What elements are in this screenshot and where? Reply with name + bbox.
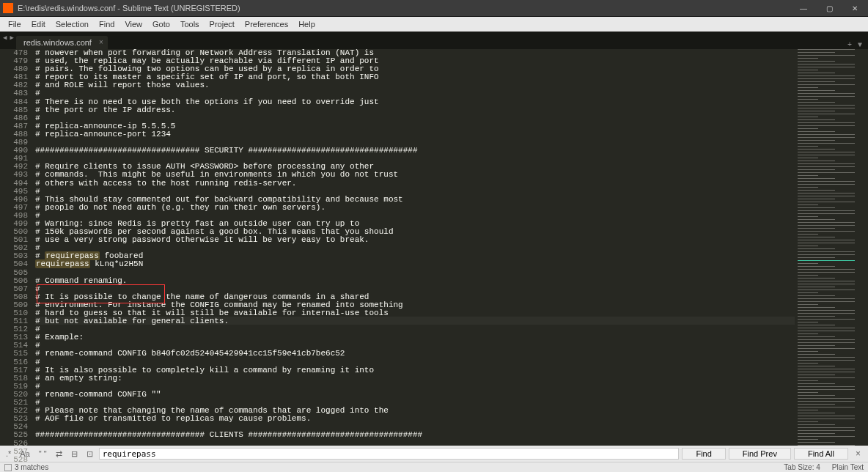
menu-file[interactable]: File [3,18,26,30]
code-content[interactable]: # nowever when port forwarding or Networ… [35,49,795,446]
minimap[interactable] [795,49,868,446]
menu-goto[interactable]: Goto [147,18,175,30]
find-button[interactable]: Find [682,448,725,460]
menu-help[interactable]: Help [293,18,320,30]
tab-label: redis.windows.conf [23,38,92,47]
menu-project[interactable]: Project [205,18,240,30]
window-controls: — ▢ ✕ [797,4,865,12]
minimize-button[interactable]: — [797,4,810,12]
menu-selection[interactable]: Selection [51,18,94,30]
app-icon [3,3,13,13]
close-button[interactable]: ✕ [849,4,861,12]
line-number-gutter: 478 479 480 481 482 483 484 485 486 487 … [0,49,35,446]
tab-overflow-icon[interactable]: ▼ [858,41,862,49]
find-opt-regex[interactable]: .* [3,449,14,459]
nav-arrows: ◀ ▶ [1,34,15,42]
find-opt-wrap[interactable]: ⇄ [53,449,65,460]
status-bar: 3 matches Tab Size: 4 Plain Text [0,462,868,472]
find-opt-selection[interactable]: ⊟ [68,449,81,460]
find-bar: .* Aa " " ⇄ ⊟ ⊡ Find Find Prev Find All … [0,446,868,462]
find-prev-button[interactable]: Find Prev [729,448,791,460]
status-syntax[interactable]: Plain Text [832,463,864,471]
menu-find[interactable]: Find [94,18,119,30]
minimap-content [798,49,865,446]
menu-edit[interactable]: Edit [26,18,51,30]
menu-view[interactable]: View [119,18,147,30]
status-checkbox-icon[interactable] [4,464,12,471]
menu-preferences[interactable]: Preferences [240,18,293,30]
find-all-button[interactable]: Find All [794,448,848,460]
editor-area: 478 479 480 481 482 483 484 485 486 487 … [0,49,868,446]
tab-file[interactable]: redis.windows.conf × [16,36,108,49]
maximize-button[interactable]: ▢ [823,4,836,12]
find-opt-whole[interactable]: " " [36,449,50,459]
tab-bar-right: + ▼ [847,41,868,49]
tab-close-icon[interactable]: × [99,38,103,46]
window-title: E:\redis\redis.windows.conf - Sublime Te… [18,4,797,12]
menu-bar: File Edit Selection Find View Goto Tools… [0,17,868,32]
nav-back-icon[interactable]: ◀ [1,34,8,42]
tab-bar: redis.windows.conf × + ▼ [0,32,868,49]
menu-tools[interactable]: Tools [175,18,205,30]
new-tab-icon[interactable]: + [847,41,852,49]
find-close-icon[interactable]: × [851,449,865,459]
nav-forward-icon[interactable]: ▶ [8,34,15,42]
status-matches: 3 matches [15,463,48,471]
window-title-bar: E:\redis\redis.windows.conf - Sublime Te… [0,0,868,17]
find-opt-highlight[interactable]: ⊡ [84,449,96,460]
find-input[interactable] [99,448,680,460]
status-tabsize[interactable]: Tab Size: 4 [784,463,820,471]
